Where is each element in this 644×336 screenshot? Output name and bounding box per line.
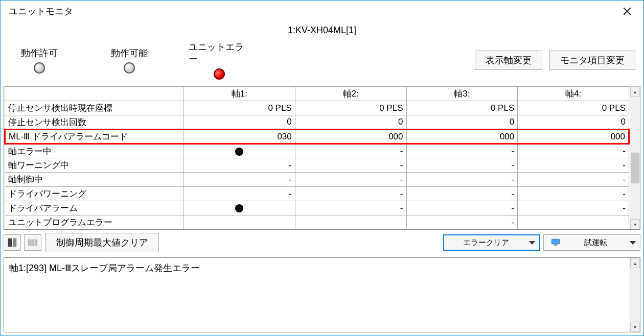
- cell-value: -: [406, 215, 518, 230]
- scroll-down-icon[interactable]: ▾: [630, 219, 640, 229]
- cell-value: -: [406, 187, 518, 201]
- cell-value: -: [406, 201, 518, 215]
- row-label: 軸制御中: [5, 173, 184, 187]
- table-row: ドライバワーニング----: [5, 187, 629, 201]
- unit-monitor-window: ユニットモニタ 1:KV-XH04ML[1] 動作許可 動作可能 ユニットエラー…: [0, 0, 644, 336]
- led-icon: [214, 68, 225, 80]
- table-header: 軸2:: [295, 87, 406, 101]
- table-header-row: 軸1: 軸2: 軸3: 軸4:: [5, 87, 629, 101]
- row-label: 停止センサ検出回数: [5, 115, 184, 130]
- scroll-up-icon[interactable]: ▴: [630, 258, 640, 268]
- cell-value: 0 PLS: [184, 101, 295, 115]
- row-label: 軸エラー中: [5, 144, 184, 158]
- cell-value: -: [184, 158, 295, 173]
- cell-value: -: [518, 158, 629, 173]
- status-label: 動作許可: [21, 47, 58, 59]
- cell-value: 0 PLS: [406, 101, 518, 115]
- cell-value: -: [518, 187, 629, 201]
- status-operation-permit: 動作許可: [9, 47, 70, 74]
- row-label: 停止センサ検出時現在座標: [5, 101, 184, 115]
- cell-value: 0: [295, 115, 406, 130]
- cell-value: 000: [406, 130, 518, 144]
- table-header: 軸4:: [518, 87, 629, 101]
- cell-value: -: [184, 173, 295, 187]
- cell-value: -: [406, 144, 518, 158]
- dropdown-label: エラークリア: [450, 238, 522, 248]
- cell-value: 0 PLS: [295, 101, 406, 115]
- status-label: ユニットエラー: [189, 41, 250, 65]
- close-button[interactable]: [616, 4, 638, 19]
- cell-value: 0 PLS: [518, 101, 629, 115]
- table-header: 軸1:: [184, 87, 295, 101]
- cell-value: 0: [406, 115, 518, 130]
- monitor-icon: [550, 237, 561, 248]
- status-operation-enable: 動作可能: [99, 47, 160, 74]
- cell-value: 000: [295, 130, 406, 144]
- table-header: 軸3:: [406, 87, 518, 101]
- table-row: 軸エラー中---: [5, 144, 629, 158]
- cell-value: 030: [184, 130, 295, 144]
- window-title: ユニットモニタ: [6, 5, 616, 17]
- toolbar-icon-2[interactable]: [24, 234, 41, 251]
- svg-rect-2: [28, 239, 31, 246]
- module-icon: [7, 237, 18, 248]
- svg-rect-3: [31, 239, 34, 246]
- cell-value: [295, 215, 406, 230]
- cell-value: 0: [518, 115, 629, 130]
- clear-control-cycle-button[interactable]: 制御周期最大値クリア: [45, 233, 159, 252]
- scroll-track[interactable]: [630, 268, 640, 322]
- cell-value: -: [518, 144, 629, 158]
- cell-value: [184, 215, 295, 230]
- table-row: 軸ワーニング中----: [5, 158, 629, 173]
- scroll-track[interactable]: [630, 97, 640, 219]
- status-row: 動作許可 動作可能 ユニットエラー 表示軸変更 モニタ項目変更: [1, 39, 643, 86]
- status-dot-icon: [235, 148, 243, 156]
- table-row: ドライバアラーム---: [5, 201, 629, 215]
- cell-value: [184, 144, 295, 158]
- cell-value: -: [518, 173, 629, 187]
- table-row: ユニットプログラムエラー-: [5, 215, 629, 230]
- cell-value: -: [295, 201, 406, 215]
- message-text: 軸1:[293] ML-Ⅲスレーブ局アラーム発生エラー: [4, 258, 630, 332]
- toolbar-icon-1[interactable]: [4, 234, 21, 251]
- led-icon: [124, 62, 135, 74]
- scroll-down-icon[interactable]: ▾: [630, 322, 640, 332]
- error-clear-dropdown[interactable]: エラークリア: [443, 234, 540, 251]
- chevron-down-icon: [630, 241, 636, 245]
- table-row: ML-Ⅲ ドライバアラームコード030000000000: [5, 130, 629, 144]
- message-box: 軸1:[293] ML-Ⅲスレーブ局アラーム発生エラー ▴ ▾: [4, 257, 640, 332]
- table-row: 停止センサ検出時現在座標0 PLS0 PLS0 PLS0 PLS: [5, 101, 629, 115]
- monitor-table-wrap: 軸1: 軸2: 軸3: 軸4: 停止センサ検出時現在座標0 PLS0 PLS0 …: [4, 86, 640, 230]
- chevron-down-icon: [529, 241, 535, 245]
- status-label: 動作可能: [111, 47, 148, 59]
- dropdown-label: 試運転: [568, 238, 623, 248]
- close-icon: [623, 7, 632, 16]
- row-label: ドライバワーニング: [5, 187, 184, 201]
- row-label: ユニットプログラムエラー: [5, 215, 184, 230]
- display-axis-change-button[interactable]: 表示軸変更: [475, 51, 542, 70]
- row-label: ドライバアラーム: [5, 201, 184, 215]
- svg-rect-6: [554, 245, 557, 246]
- svg-rect-5: [552, 239, 560, 244]
- led-icon: [34, 62, 45, 74]
- cell-value: -: [295, 187, 406, 201]
- toolbar: 制御周期最大値クリア エラークリア 試運転: [1, 230, 643, 255]
- svg-rect-0: [8, 238, 12, 247]
- scroll-thumb[interactable]: [631, 153, 639, 183]
- monitor-table: 軸1: 軸2: 軸3: 軸4: 停止センサ検出時現在座標0 PLS0 PLS0 …: [4, 86, 630, 229]
- trial-run-dropdown[interactable]: 試運転: [543, 234, 640, 251]
- vertical-scrollbar[interactable]: ▴ ▾: [630, 86, 640, 229]
- table-row: 軸制御中----: [5, 173, 629, 187]
- scroll-up-icon[interactable]: ▴: [630, 86, 640, 97]
- svg-rect-4: [35, 239, 38, 246]
- cell-value: 0: [184, 115, 295, 130]
- row-label: 軸ワーニング中: [5, 158, 184, 173]
- monitor-items-change-button[interactable]: モニタ項目変更: [549, 51, 635, 70]
- cell-value: -: [295, 158, 406, 173]
- cell-value: 000: [518, 130, 629, 144]
- vertical-scrollbar[interactable]: ▴ ▾: [630, 258, 640, 332]
- cell-value: [184, 201, 295, 215]
- titlebar: ユニットモニタ: [1, 1, 643, 22]
- table-row: 停止センサ検出回数0000: [5, 115, 629, 130]
- svg-rect-1: [13, 238, 16, 247]
